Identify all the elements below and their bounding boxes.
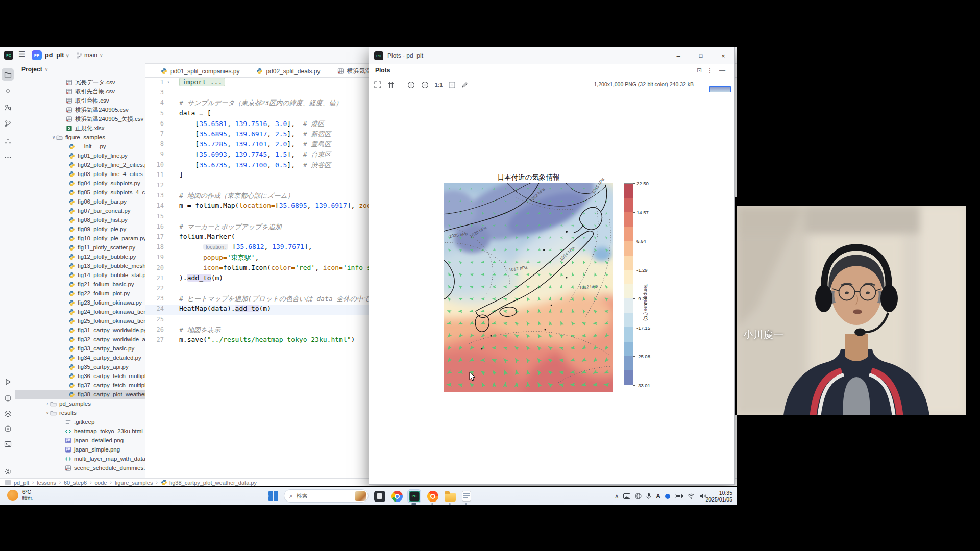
tree-item-fig11_plotly_scatter.py[interactable]: fig11_plotly_scatter.py <box>15 243 145 252</box>
tree-item-scene_schedule_dummies.csv[interactable]: scene_schedule_dummies.csv <box>15 463 145 472</box>
start-button[interactable] <box>268 491 278 501</box>
layers-icon[interactable] <box>2 407 14 419</box>
tree-item-japan_simple.png[interactable]: japan_simple.png <box>15 445 145 454</box>
tree-item-fig21_folium_basic.py[interactable]: fig21_folium_basic.py <box>15 280 145 289</box>
taskbar-weather-widget[interactable]: 6°C晴れ <box>7 489 33 502</box>
zoom-actual-size-button[interactable]: 1:1 <box>435 82 443 88</box>
taskbar-app-notepad[interactable] <box>459 489 473 503</box>
settings-icon[interactable] <box>2 465 14 478</box>
tree-item-heatmap_tokyo_23ku.html[interactable]: heatmap_tokyo_23ku.html <box>15 427 145 436</box>
project-panel-header[interactable]: Project∨ <box>15 63 145 76</box>
taskbar-app-chrome[interactable] <box>390 489 404 503</box>
tree-item-fig23_folium_okinawa.py[interactable]: fig23_folium_okinawa.py <box>15 298 145 307</box>
tree-item-正規化.xlsx[interactable]: 正規化.xlsx <box>15 123 145 133</box>
branch-icon[interactable] <box>2 117 14 130</box>
more-icon[interactable] <box>2 151 14 163</box>
tree-item-fig25_folium_okinawa_tier_layers_wit[interactable]: fig25_folium_okinawa_tier_layers_wit <box>15 316 145 325</box>
tree-item-fig31_cartpy_worldwide.py[interactable]: fig31_cartpy_worldwide.py <box>15 325 145 335</box>
tree-item-横浜気温240905.csv[interactable]: 横浜気温240905.csv <box>15 105 145 114</box>
tree-item-fig38_cartpy_plot_weather_data.py[interactable]: fig38_cartpy_plot_weather_data.py <box>15 390 145 399</box>
tree-item-pd_samples[interactable]: ›pd_samples <box>15 399 145 408</box>
tree-item-figure_samples[interactable]: ∨figure_samples <box>15 133 145 142</box>
breadcrumb-item[interactable]: pd_plt <box>14 480 29 486</box>
tree-item-fig37_cartpy_fetch_multiple_async.py[interactable]: fig37_cartpy_fetch_multiple_async.py <box>15 381 145 390</box>
tray-ime-a-icon[interactable]: A <box>656 493 660 500</box>
taskbar-search[interactable]: ⌕ 検索 <box>284 489 369 503</box>
tree-item-取引先台帳.csv[interactable]: 取引先台帳.csv <box>15 87 145 96</box>
branch-selector[interactable]: main ∨ <box>77 52 103 59</box>
tab-pd02_split_deals.py[interactable]: pd02_split_deals.py <box>248 65 329 77</box>
breadcrumb-item[interactable]: lessons <box>37 480 56 486</box>
project-folder-icon[interactable] <box>2 68 14 81</box>
zoom-out-icon[interactable] <box>421 81 429 89</box>
tree-item-冗長データ.csv[interactable]: 冗長データ.csv <box>15 78 145 87</box>
project-selector[interactable]: pd_plt ∨ <box>45 52 69 59</box>
tree-item-fig04_plotly_subplots.py[interactable]: fig04_plotly_subplots.py <box>15 179 145 188</box>
layout-settings-icon[interactable]: ⊡ <box>697 67 702 74</box>
grid-icon[interactable] <box>387 81 395 88</box>
tree-item-fig35_cartpy_api.py[interactable]: fig35_cartpy_api.py <box>15 362 145 371</box>
tree-item-fig22_folium_plot.py[interactable]: fig22_folium_plot.py <box>15 289 145 298</box>
breadcrumb-item[interactable]: code <box>95 480 107 486</box>
main-menu-icon[interactable]: ☰ <box>18 49 25 59</box>
tray-wifi-icon[interactable] <box>688 493 695 499</box>
taskbar-app-pycharm[interactable]: PC <box>407 489 421 503</box>
tab-pd01_split_companies.py[interactable]: pd01_split_companies.py <box>153 65 248 77</box>
tree-item-fig12_plotly_bubble.py[interactable]: fig12_plotly_bubble.py <box>15 252 145 261</box>
fold-arrow-icon[interactable]: › <box>167 79 170 85</box>
breadcrumb-item[interactable]: 60_step6 <box>64 480 87 486</box>
taskbar-clock[interactable]: 10:35 2025/01/05 <box>705 490 732 503</box>
taskbar-app-explorer[interactable] <box>443 489 457 503</box>
tray-battery-icon[interactable] <box>675 494 683 498</box>
project-badge[interactable]: PP <box>32 50 42 60</box>
usage-icon[interactable] <box>2 101 14 113</box>
tree-item-fig32_cartpy_worldwide_azimuthal_m[interactable]: fig32_cartpy_worldwide_azimuthal_m <box>15 335 145 344</box>
tree-item-multi_layer_map_with_data.html[interactable]: multi_layer_map_with_data.html <box>15 454 145 463</box>
tree-item-fig07_bar_concat.py[interactable]: fig07_bar_concat.py <box>15 206 145 215</box>
tree-item-取引台帳.csv[interactable]: 取引台帳.csv <box>15 96 145 105</box>
plots-titlebar[interactable]: PC Plots - pd_plt – □ × <box>369 47 734 64</box>
tree-item-japan_detailed.png[interactable]: japan_detailed.png <box>15 436 145 445</box>
tray-globe-icon[interactable] <box>635 493 642 499</box>
services-icon[interactable] <box>2 422 14 435</box>
taskbar-app-brave[interactable] <box>426 489 439 503</box>
tray-mic-icon[interactable] <box>646 493 651 499</box>
hide-panel-icon[interactable]: — <box>719 67 725 74</box>
tray-chevron-up-icon[interactable]: ∧ <box>615 493 619 499</box>
maximize-button[interactable]: □ <box>690 47 712 64</box>
tray-keyboard-icon[interactable] <box>623 493 630 499</box>
more-options-icon[interactable]: ⋮ <box>707 67 713 74</box>
tree-item-fig05_plotly_subplots_4_cities.py[interactable]: fig05_plotly_subplots_4_cities.py <box>15 188 145 197</box>
tree-item-fig13_plotly_bubble_mesh.py[interactable]: fig13_plotly_bubble_mesh.py <box>15 261 145 270</box>
commit-icon[interactable] <box>2 85 14 97</box>
edit-pencil-icon[interactable] <box>461 82 468 88</box>
terminal-icon[interactable] <box>2 438 14 450</box>
tree-item-fig10_plotly_pie_param.py[interactable]: fig10_plotly_pie_param.py <box>15 234 145 243</box>
tray-presence-icon[interactable] <box>665 494 670 499</box>
tray-volume-icon[interactable] <box>699 493 706 499</box>
tree-item-fig01_plotly_line.py[interactable]: fig01_plotly_line.py <box>15 151 145 160</box>
tree-item-.gitkeep[interactable]: .gitkeep <box>15 417 145 427</box>
tree-chevron-icon[interactable]: › <box>45 401 50 406</box>
tree-chevron-icon[interactable]: ∨ <box>51 135 56 140</box>
tree-item-fig08_plotly_hist.py[interactable]: fig08_plotly_hist.py <box>15 215 145 224</box>
tree-item-横浜気温240905_欠損.csv[interactable]: 横浜気温240905_欠損.csv <box>15 114 145 123</box>
fit-to-window-icon[interactable] <box>374 81 381 88</box>
tree-item-fig36_cartpy_fetch_multiple.py[interactable]: fig36_cartpy_fetch_multiple.py <box>15 371 145 381</box>
tree-item-fig09_plotly_pie.py[interactable]: fig09_plotly_pie.py <box>15 224 145 234</box>
tree-item-fig24_folium_okinawa_tier_layers.py[interactable]: fig24_folium_okinawa_tier_layers.py <box>15 307 145 316</box>
minimize-button[interactable]: – <box>667 47 690 64</box>
tree-item-fig02_plotly_line_2_cities.py[interactable]: fig02_plotly_line_2_cities.py <box>15 160 145 169</box>
tree-item-fig14_plotly_bubble_stat.py[interactable]: fig14_plotly_bubble_stat.py <box>15 270 145 280</box>
python-packages-icon[interactable] <box>2 392 14 404</box>
taskbar-app-widget-dark[interactable] <box>373 489 386 503</box>
tree-item-__init__.py[interactable]: __init__.py <box>15 142 145 151</box>
zoom-in-icon[interactable] <box>407 81 415 89</box>
close-button[interactable]: × <box>712 47 734 64</box>
fit-frame-icon[interactable] <box>449 82 455 88</box>
tree-item-fig33_cartpy_basic.py[interactable]: fig33_cartpy_basic.py <box>15 344 145 353</box>
tree-item-fig03_plotly_line_4_cities_add_trace.p[interactable]: fig03_plotly_line_4_cities_add_trace.p <box>15 169 145 179</box>
breadcrumb-item[interactable]: figure_samples <box>115 480 153 486</box>
tree-item-fig06_plotly_bar.py[interactable]: fig06_plotly_bar.py <box>15 197 145 206</box>
tree-chevron-icon[interactable]: ∨ <box>45 410 50 415</box>
